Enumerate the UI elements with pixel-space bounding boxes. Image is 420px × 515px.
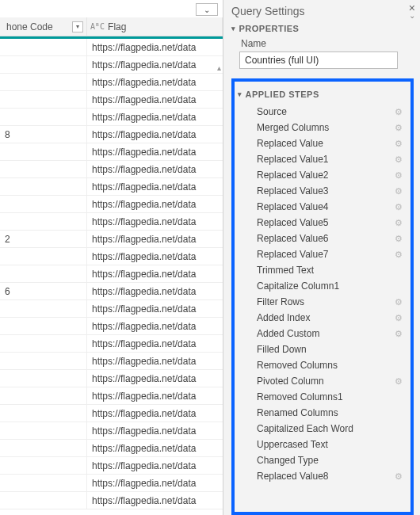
applied-step-label: Filter Rows [257,296,304,307]
gear-icon[interactable]: ⚙ [395,250,403,260]
applied-step[interactable]: Replaced Value⚙ [238,135,407,151]
gear-icon[interactable]: ⚙ [395,202,403,212]
column-header-label: Flag [108,21,126,32]
cell-flag-url: https://flagpedia.net/data [87,422,223,439]
column-header-phone-code[interactable]: hone Code ▾ [0,17,87,36]
gear-icon[interactable]: ⚙ [395,234,403,244]
gear-icon[interactable]: ⚙ [395,186,403,196]
caret-down-icon: ▾ [231,25,236,32]
table-row[interactable]: https://flagpedia.net/data [0,457,223,475]
applied-step[interactable]: Replaced Value4⚙ [238,199,407,215]
applied-step[interactable]: Added Custom⚙ [238,326,407,341]
applied-step-label: Source [257,106,287,117]
table-row[interactable]: https://flagpedia.net/data [0,353,223,370]
table-row[interactable]: https://flagpedia.net/data [0,213,223,231]
table-row[interactable]: https://flagpedia.net/data [0,91,223,109]
cell-flag-url: https://flagpedia.net/data [87,161,223,177]
scroll-up-icon[interactable]: ▴ [217,63,223,71]
table-row[interactable]: https://flagpedia.net/data [0,405,223,422]
cell-flag-url: https://flagpedia.net/data [87,370,223,387]
query-name-input[interactable] [239,52,398,69]
gear-icon[interactable]: ⚙ [395,471,403,482]
cell-phone-code [0,248,87,265]
applied-step[interactable]: Replaced Value8⚙ [238,468,407,484]
applied-step-label: Trimmed Text [257,265,314,276]
table-row[interactable]: https://flagpedia.net/data [0,248,223,265]
gear-icon[interactable]: ⚙ [395,329,403,339]
cell-flag-url: https://flagpedia.net/data [87,196,223,212]
applied-step[interactable]: Pivoted Column⚙ [238,373,407,389]
applied-step[interactable]: Trimmed Text [238,262,407,278]
cell-flag-url: https://flagpedia.net/data [87,475,223,491]
applied-step-label: Merged Columns [257,122,329,133]
column-header-flag[interactable]: AᴮC Flag [87,17,223,36]
cell-flag-url: https://flagpedia.net/data [87,109,223,125]
expand-chevron[interactable]: ⌄ [196,3,218,16]
close-sub-icon: ⌄ [409,11,415,20]
cell-phone-code [0,213,87,230]
gear-icon[interactable]: ⚙ [395,154,403,165]
table-row[interactable]: https://flagpedia.net/data [0,335,223,353]
table-row[interactable]: https://flagpedia.net/data [0,109,223,126]
gear-icon[interactable]: ⚙ [395,170,403,181]
table-row[interactable]: https://flagpedia.net/data [0,143,223,161]
applied-step[interactable]: Filter Rows⚙ [238,294,407,310]
applied-steps-section-header[interactable]: ▾ APPLIED STEPS [238,90,407,99]
applied-step[interactable]: Replaced Value6⚙ [238,231,407,246]
table-row[interactable]: https://flagpedia.net/data [0,265,223,283]
cell-flag-url: https://flagpedia.net/data [87,231,223,247]
table-row[interactable]: https://flagpedia.net/data [0,440,223,457]
table-row[interactable]: https://flagpedia.net/data [0,475,223,492]
table-row[interactable]: 2https://flagpedia.net/data [0,231,223,248]
applied-step[interactable]: Capitalize Column1 [238,278,407,294]
table-row[interactable]: https://flagpedia.net/data [0,492,223,509]
applied-step[interactable]: Merged Columns⚙ [238,120,407,135]
table-row[interactable]: https://flagpedia.net/data [0,300,223,318]
table-row[interactable]: https://flagpedia.net/data [0,318,223,335]
cell-phone-code [0,387,87,404]
table-row[interactable]: https://flagpedia.net/data [0,74,223,91]
table-row[interactable]: https://flagpedia.net/data [0,387,223,405]
applied-step-label: Replaced Value7 [257,249,329,260]
column-filter-dropdown[interactable]: ▾ [72,21,83,32]
gear-icon[interactable]: ⚙ [395,123,403,133]
table-row[interactable]: https://flagpedia.net/data [0,196,223,213]
applied-step[interactable]: Uppercased Text [238,437,407,452]
gear-icon[interactable]: ⚙ [395,376,403,387]
applied-step-label: Uppercased Text [257,439,328,450]
cell-phone-code [0,353,87,369]
applied-step[interactable]: Filled Down [238,341,407,357]
applied-step[interactable]: Renamed Columns [238,405,407,421]
table-row[interactable]: https://flagpedia.net/data [0,161,223,178]
applied-step[interactable]: Capitalized Each Word [238,421,407,437]
table-row[interactable]: https://flagpedia.net/data [0,422,223,440]
table-row[interactable]: https://flagpedia.net/data [0,39,223,56]
applied-step[interactable]: Removed Columns1 [238,389,407,405]
applied-step[interactable]: Source⚙ [238,104,407,120]
properties-section-header[interactable]: ▾ PROPERTIES [231,24,414,33]
applied-step[interactable]: Replaced Value3⚙ [238,183,407,199]
type-icon: AᴮC [90,22,105,31]
gear-icon[interactable]: ⚙ [395,297,403,307]
table-row[interactable]: https://flagpedia.net/data [0,56,223,74]
table-row[interactable]: 8https://flagpedia.net/data [0,126,223,143]
applied-step[interactable]: Added Index⚙ [238,310,407,326]
cell-flag-url: https://flagpedia.net/data [87,213,223,230]
applied-step[interactable]: Changed Type [238,452,407,468]
cell-phone-code [0,457,87,474]
gear-icon[interactable]: ⚙ [395,218,403,228]
applied-step-label: Replaced Value4 [257,201,329,212]
gear-icon[interactable]: ⚙ [395,107,403,117]
query-settings-pane: × ⌄ Query Settings ▾ PROPERTIES Name ▾ A… [223,0,420,515]
gear-icon[interactable]: ⚙ [395,313,403,323]
applied-step[interactable]: Replaced Value5⚙ [238,215,407,231]
table-row[interactable]: 6https://flagpedia.net/data [0,283,223,300]
applied-step[interactable]: Removed Columns [238,357,407,373]
table-row[interactable]: https://flagpedia.net/data [0,178,223,196]
applied-step[interactable]: Replaced Value7⚙ [238,246,407,262]
applied-step[interactable]: Replaced Value1⚙ [238,151,407,167]
properties-label: PROPERTIES [239,24,300,33]
gear-icon[interactable]: ⚙ [395,139,403,149]
applied-step[interactable]: Replaced Value2⚙ [238,167,407,183]
table-row[interactable]: https://flagpedia.net/data [0,370,223,387]
